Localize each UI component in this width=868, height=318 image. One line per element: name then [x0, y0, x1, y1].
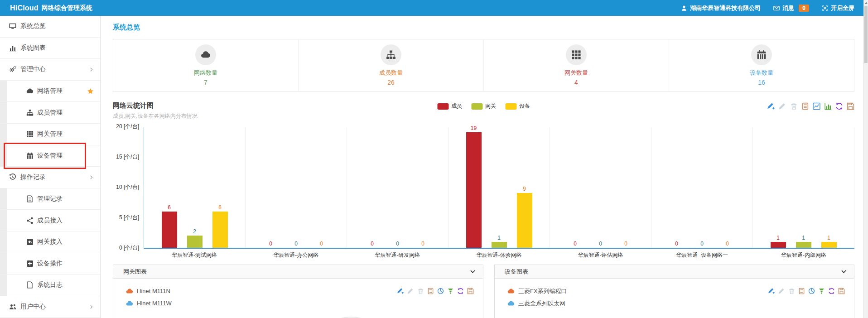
- bar-value-label: 0: [396, 241, 399, 247]
- legend-item-members[interactable]: 成员: [437, 102, 462, 110]
- calendar-icon: [757, 50, 767, 60]
- clear-mark-tool-icon[interactable]: [417, 288, 424, 294]
- restore-tool-icon[interactable]: [828, 288, 835, 294]
- restore-tool-icon[interactable]: [457, 288, 464, 294]
- bar[interactable]: [821, 242, 837, 248]
- legend-label: 设备: [519, 102, 530, 110]
- sidebar-item-management-center[interactable]: 管理中心: [0, 59, 100, 81]
- bar-group: 000: [550, 127, 651, 248]
- company-name: 湖南华辰智通科技有限公司: [690, 4, 761, 12]
- sidebar-item-label: 系统图表: [20, 44, 46, 52]
- sidebar-item-gateway-management[interactable]: 网关管理: [0, 124, 100, 145]
- pie-chart-tool-icon[interactable]: [808, 288, 815, 294]
- sidebar: 系统总览 系统图表 管理中心 网络管理 成员管理 网关管理 设备管理 操作记录 …: [0, 16, 101, 318]
- fullscreen-toggle[interactable]: 开启全屏: [822, 4, 854, 12]
- gateway-panel-header[interactable]: 网关图表: [113, 265, 483, 279]
- bar[interactable]: [212, 212, 228, 248]
- sidebar-item-system-charts[interactable]: 系统图表: [0, 38, 100, 59]
- sidebar-item-management-records[interactable]: 管理记录: [0, 188, 100, 210]
- chevron-down-icon[interactable]: [841, 269, 847, 275]
- save-image-tool-icon[interactable]: [838, 288, 845, 294]
- clear-mark-tool-icon[interactable]: [788, 288, 795, 294]
- funnel-tool-icon[interactable]: [818, 288, 825, 294]
- sidebar-item-system-overview[interactable]: 系统总览: [0, 16, 100, 38]
- clear-mark-tool-icon[interactable]: [790, 102, 798, 110]
- bar[interactable]: [466, 132, 482, 248]
- mark-tool-icon[interactable]: [767, 102, 775, 110]
- pie-chart-tool-icon[interactable]: [437, 288, 444, 294]
- data-view-tool-icon[interactable]: [801, 102, 809, 110]
- cloud-icon: [126, 300, 133, 307]
- sidebar-item-label: 设备管理: [37, 152, 63, 160]
- chevron-right-icon: [89, 67, 94, 72]
- stat-card-gateways: 网关数量 4: [484, 39, 669, 91]
- x-axis-label: 华辰智通-评估网络: [550, 251, 651, 259]
- sidebar-item-device-management[interactable]: 设备管理: [0, 145, 100, 167]
- save-image-tool-icon[interactable]: [467, 288, 474, 294]
- bar[interactable]: [492, 242, 507, 248]
- y-axis-tick: 5 [个/台]: [119, 214, 139, 222]
- y-axis-tick: 20 [个/台]: [116, 123, 139, 130]
- bar-value-label: 0: [726, 241, 729, 247]
- legend-item-gateways[interactable]: 网关: [471, 102, 496, 110]
- bar-group: 000: [246, 127, 347, 248]
- sidebar-item-operation-records[interactable]: 操作记录: [0, 167, 100, 188]
- data-view-tool-icon[interactable]: [427, 288, 434, 294]
- stat-label: 网络数量: [194, 69, 217, 77]
- bar[interactable]: [162, 212, 177, 248]
- legend-item-hinet-m111n[interactable]: Hinet M111N: [126, 285, 474, 297]
- sidebar-item-gateway-access[interactable]: 网关接入: [0, 231, 100, 253]
- device-panel-header[interactable]: 设备图表: [495, 265, 854, 279]
- bar-value-label: 1: [827, 235, 830, 241]
- sidebar-item-member-management[interactable]: 成员管理: [0, 102, 100, 124]
- legend-item-mitsubishi-fx[interactable]: 三菱FX系列编程口: [507, 285, 845, 297]
- bar[interactable]: [187, 236, 203, 248]
- bar-chart-tool-icon[interactable]: [824, 102, 832, 110]
- legend-item-hinet-m111w[interactable]: Hinet M111W: [126, 297, 474, 309]
- scroll-up-arrow[interactable]: [865, 2, 868, 4]
- file-icon: [26, 281, 34, 289]
- panel-toolbar: [768, 288, 845, 294]
- legend-item-mitsubishi-ethernet[interactable]: 三菱全系列以太网: [507, 297, 845, 309]
- mark-tool-icon[interactable]: [397, 288, 404, 294]
- chevron-right-icon: [89, 175, 94, 180]
- legend-item-devices[interactable]: 设备: [505, 102, 530, 110]
- sidebar-item-label: 网关接入: [37, 238, 63, 246]
- page-title: 系统总览: [113, 23, 854, 32]
- mark-tool-icon[interactable]: [768, 288, 775, 294]
- bar[interactable]: [771, 242, 786, 248]
- bar[interactable]: [517, 193, 532, 248]
- stats-panel: 网络数量 7 成员数量 26 网关数量 4 设备数量 16: [113, 39, 854, 92]
- chevron-down-icon[interactable]: [470, 269, 476, 275]
- account-menu[interactable]: 湖南华辰智通科技有限公司: [681, 4, 761, 12]
- bar-value-label: 6: [218, 204, 222, 211]
- sidebar-item-user-center[interactable]: 用户中心: [0, 296, 100, 318]
- funnel-tool-icon[interactable]: [447, 288, 454, 294]
- sidebar-item-device-operations[interactable]: 设备操作: [0, 253, 100, 275]
- x-axis-label: 华辰智通-体验网络: [448, 251, 550, 259]
- fullscreen-icon: [822, 5, 828, 11]
- x-axis-label: 华辰智通-内部网络: [753, 251, 854, 259]
- sitemap-icon: [386, 50, 396, 60]
- restore-tool-icon[interactable]: [835, 102, 843, 110]
- bar-chart: 0 [个/台]5 [个/台]10 [个/台]15 [个/台]20 [个/台] 6…: [113, 127, 854, 249]
- unmark-tool-icon[interactable]: [778, 288, 785, 294]
- data-view-tool-icon[interactable]: [798, 288, 805, 294]
- panel-item-label: Hinet M111W: [137, 300, 172, 307]
- top-bar: HiCloud 网络综合管理系统 湖南华辰智通科技有限公司 消息 0 开启全屏: [0, 0, 868, 16]
- stat-value: 4: [574, 79, 578, 86]
- unmark-tool-icon[interactable]: [407, 288, 414, 294]
- sidebar-item-system-logs[interactable]: 系统日志: [0, 275, 100, 296]
- vertical-scrollbar[interactable]: [863, 0, 868, 318]
- sidebar-item-network-management[interactable]: 网络管理: [0, 81, 100, 102]
- bar[interactable]: [796, 242, 811, 248]
- messages-menu[interactable]: 消息 0: [773, 4, 809, 12]
- x-axis-label: 华辰智通-研发网络: [347, 251, 448, 259]
- line-chart-tool-icon[interactable]: [813, 102, 820, 110]
- stat-label: 设备数量: [750, 69, 773, 77]
- save-image-tool-icon[interactable]: [847, 102, 854, 110]
- unmark-tool-icon[interactable]: [779, 102, 786, 110]
- scrollbar-thumb[interactable]: [864, 6, 868, 63]
- sidebar-item-member-access[interactable]: 成员接入: [0, 210, 100, 231]
- messages-label: 消息: [782, 4, 794, 12]
